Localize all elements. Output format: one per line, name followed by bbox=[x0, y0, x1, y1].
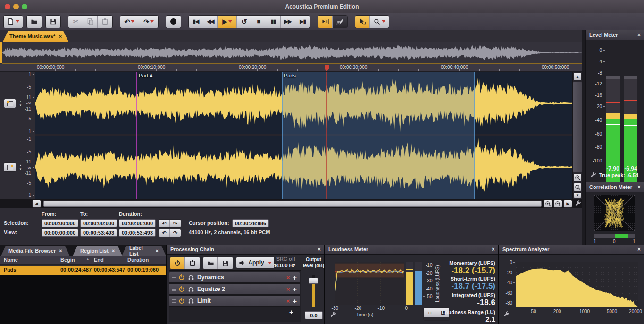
plugin-row-limit[interactable]: Limit × + bbox=[169, 295, 300, 307]
horizontal-zoom-out-button[interactable] bbox=[553, 200, 562, 208]
overview-view-start-handle[interactable] bbox=[0, 42, 2, 63]
view-undo-button[interactable]: ↶ bbox=[159, 229, 170, 237]
chain-open-button[interactable] bbox=[203, 257, 218, 269]
overview-waveform[interactable] bbox=[2, 42, 582, 63]
add-plugin-icon[interactable]: + bbox=[293, 297, 297, 305]
add-plugin-icon[interactable]: + bbox=[293, 273, 297, 281]
record-button[interactable] bbox=[166, 16, 181, 28]
channel1-select-button[interactable] bbox=[4, 99, 16, 108]
zoom-dropdown-icon[interactable] bbox=[382, 20, 385, 23]
plugin-monitor-icon[interactable] bbox=[188, 298, 194, 304]
selection-to-field[interactable]: 00:00:00:000 bbox=[80, 219, 117, 227]
play-button[interactable]: ▶ bbox=[218, 16, 237, 28]
spectrum-settings-wrench-icon[interactable] bbox=[503, 311, 510, 319]
rewind-button[interactable]: ◀◀ bbox=[203, 16, 218, 28]
plugin-power-icon[interactable] bbox=[178, 286, 185, 292]
channel2-zoom-spinner[interactable]: ▲▼ bbox=[18, 162, 23, 172]
close-tab-icon[interactable]: × bbox=[112, 248, 115, 254]
remove-plugin-icon[interactable]: × bbox=[286, 298, 290, 305]
output-level-value-field[interactable]: 0.0 bbox=[305, 311, 323, 319]
go-to-end-button[interactable]: ▶▮ bbox=[295, 16, 310, 28]
fast-forward-button[interactable]: ▶▶ bbox=[281, 16, 295, 28]
waveform-editor[interactable] bbox=[35, 72, 572, 199]
zoom-window-button[interactable] bbox=[22, 4, 27, 9]
vertical-zoom-in-button[interactable] bbox=[573, 173, 582, 182]
column-name[interactable]: Name bbox=[4, 257, 18, 263]
cursor-position-field[interactable]: 00:00:28:886 bbox=[232, 219, 269, 227]
scroll-left-button[interactable]: ◀ bbox=[32, 200, 41, 208]
view-to-field[interactable]: 00:00:53:493 bbox=[80, 229, 117, 237]
region-list-header[interactable]: Name Begin ▲ End Duration bbox=[0, 256, 166, 265]
waveform-overview[interactable] bbox=[0, 42, 585, 64]
plugin-monitor-icon[interactable] bbox=[188, 286, 194, 292]
loudness-settings-wrench-icon[interactable] bbox=[330, 311, 336, 320]
selection-from-field[interactable]: 00:00:00:000 bbox=[42, 219, 78, 227]
processing-chain-close-icon[interactable]: × bbox=[318, 246, 321, 253]
level-meter-close-icon[interactable]: × bbox=[637, 32, 641, 38]
play-dropdown-icon[interactable] bbox=[228, 20, 232, 23]
plugin-row-equalize[interactable]: Equalize 2 × + bbox=[169, 283, 300, 295]
column-begin[interactable]: Begin bbox=[60, 257, 75, 263]
chain-save-button[interactable] bbox=[218, 257, 233, 269]
plugin-power-icon[interactable] bbox=[178, 298, 185, 304]
undo-button[interactable]: ↶ bbox=[120, 16, 139, 28]
plugin-monitor-icon[interactable] bbox=[188, 274, 194, 281]
redo-button[interactable]: ↷ bbox=[139, 16, 158, 28]
new-file-button[interactable] bbox=[4, 16, 23, 28]
plugin-power-icon[interactable] bbox=[178, 274, 185, 281]
tab-label-list[interactable]: Label List× bbox=[122, 246, 166, 256]
add-plugin-icon[interactable]: + bbox=[289, 308, 293, 316]
region-row-pads[interactable]: Pads 00:00:24:487 00:00:43:547 00:00:19:… bbox=[0, 266, 166, 275]
column-end[interactable]: End bbox=[94, 257, 104, 263]
close-tab-icon[interactable]: × bbox=[156, 248, 159, 254]
drag-handle-icon[interactable] bbox=[172, 276, 176, 279]
paste-button[interactable] bbox=[98, 16, 112, 28]
tab-region-list[interactable]: Region List× bbox=[73, 246, 122, 256]
loudness-meter-close-icon[interactable]: × bbox=[492, 246, 495, 253]
tab-theme-music[interactable]: Theme Music.wav* × bbox=[3, 31, 68, 42]
channel2-select-button[interactable] bbox=[4, 162, 16, 172]
plugin-row-dynamics[interactable]: Dynamics × + bbox=[169, 272, 300, 283]
minimize-window-button[interactable] bbox=[13, 4, 19, 9]
save-file-button[interactable] bbox=[46, 16, 60, 28]
open-file-button[interactable] bbox=[27, 16, 42, 28]
time-ruler[interactable]: 00:00:00:00000:00:10:00000:00:20:00000:0… bbox=[0, 64, 585, 72]
vertical-zoom-out-button[interactable] bbox=[573, 183, 582, 191]
close-tab-icon[interactable]: × bbox=[59, 248, 62, 254]
view-from-field[interactable]: 00:00:00:000 bbox=[42, 229, 78, 237]
remove-plugin-icon[interactable]: × bbox=[286, 286, 290, 293]
go-to-start-button[interactable]: ▮◀ bbox=[189, 16, 203, 28]
cut-button[interactable]: ✂ bbox=[68, 16, 83, 28]
chain-paste-button[interactable] bbox=[185, 257, 200, 269]
copy-button[interactable] bbox=[83, 16, 98, 28]
loop-playback-button[interactable]: ↺ bbox=[237, 16, 251, 28]
scroll-down-button[interactable]: ▼ bbox=[573, 192, 582, 198]
level-meter-settings-wrench-icon[interactable] bbox=[590, 171, 596, 180]
add-plugin-icon[interactable]: + bbox=[293, 285, 297, 293]
pause-button[interactable]: ▮▮ bbox=[266, 16, 281, 28]
horizontal-zoom-in-button[interactable] bbox=[544, 200, 552, 208]
view-duration-field[interactable]: 00:00:53:493 bbox=[119, 229, 156, 237]
spectrum-analyzer-close-icon[interactable]: × bbox=[637, 246, 641, 253]
spectral-view-button[interactable] bbox=[333, 16, 347, 28]
channel1-zoom-spinner[interactable]: ▲▼ bbox=[18, 99, 23, 108]
drag-handle-icon[interactable] bbox=[172, 288, 176, 291]
redo-dropdown-icon[interactable] bbox=[150, 20, 154, 23]
selection-undo-button[interactable]: ↶ bbox=[159, 220, 170, 227]
new-file-dropdown-icon[interactable] bbox=[16, 20, 19, 23]
marker-label-part-a[interactable]: Part A bbox=[139, 73, 153, 78]
region-label-pads[interactable]: Pads bbox=[284, 73, 296, 78]
selection-duration-field[interactable]: 00:00:00:000 bbox=[119, 219, 156, 227]
scrub-playback-button[interactable] bbox=[318, 16, 333, 28]
view-redo-button[interactable]: ↷ bbox=[170, 229, 181, 237]
chain-power-button[interactable] bbox=[170, 257, 185, 269]
remove-plugin-icon[interactable]: × bbox=[286, 274, 290, 281]
tab-media-file-browser[interactable]: Media File Browser× bbox=[1, 246, 70, 256]
drag-handle-icon[interactable] bbox=[172, 299, 176, 303]
horizontal-scrollbar-thumb[interactable] bbox=[43, 201, 542, 207]
zoom-tool-button[interactable] bbox=[370, 16, 389, 28]
scroll-up-button[interactable]: ▲ bbox=[573, 72, 582, 81]
close-tab-icon[interactable]: × bbox=[59, 34, 62, 39]
undo-dropdown-icon[interactable] bbox=[131, 20, 134, 23]
selection-redo-button[interactable]: ↷ bbox=[170, 220, 181, 227]
